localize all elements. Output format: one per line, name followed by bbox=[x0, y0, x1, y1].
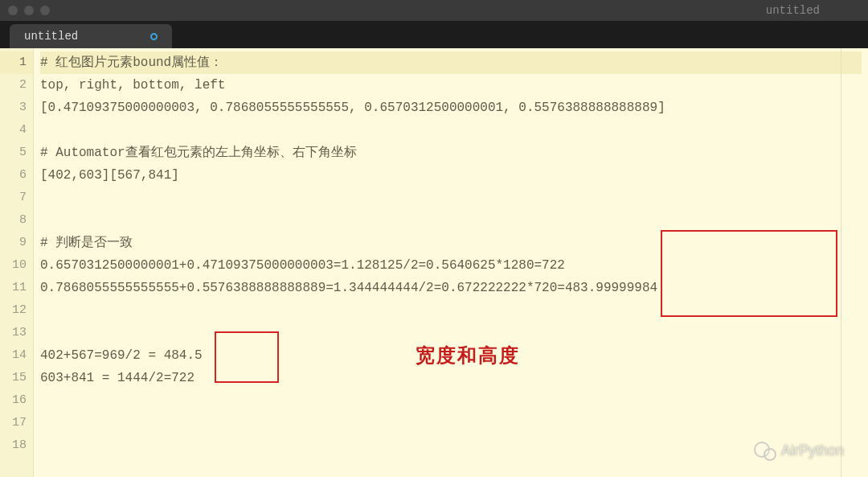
line-number[interactable]: 9 bbox=[0, 232, 33, 254]
titlebar: untitled bbox=[0, 0, 868, 21]
code-line[interactable]: 0.7868055555555555+0.5576388888888889=1.… bbox=[40, 277, 862, 299]
code-line[interactable] bbox=[40, 187, 862, 209]
code-line[interactable]: # 判断是否一致 bbox=[40, 232, 862, 254]
line-number[interactable]: 17 bbox=[0, 412, 33, 434]
modified-indicator-icon bbox=[150, 33, 158, 40]
minimize-window-button[interactable] bbox=[24, 6, 34, 15]
watermark: AirPython bbox=[754, 442, 844, 459]
line-number[interactable]: 18 bbox=[0, 434, 33, 457]
window-controls bbox=[8, 6, 50, 15]
close-window-button[interactable] bbox=[8, 6, 18, 15]
code-line[interactable]: top, right, bottom, left bbox=[40, 74, 862, 97]
line-number[interactable]: 1 bbox=[0, 51, 33, 74]
window-title: untitled bbox=[766, 4, 820, 17]
line-number[interactable]: 10 bbox=[0, 254, 33, 277]
line-number[interactable]: 11 bbox=[0, 277, 33, 299]
line-number[interactable]: 7 bbox=[0, 187, 33, 209]
code-line[interactable]: 0.6570312500000001+0.47109375000000003=1… bbox=[40, 254, 862, 277]
maximize-window-button[interactable] bbox=[40, 6, 50, 15]
code-content[interactable]: # 红包图片元素bound属性值：top, right, bottom, lef… bbox=[34, 48, 868, 477]
line-number[interactable]: 15 bbox=[0, 367, 33, 389]
tab-bar: untitled bbox=[0, 21, 868, 48]
line-number[interactable]: 8 bbox=[0, 209, 33, 232]
line-number[interactable]: 13 bbox=[0, 322, 33, 344]
code-line[interactable]: # 红包图片元素bound属性值： bbox=[40, 51, 862, 74]
code-line[interactable]: # Automator查看红包元素的左上角坐标、右下角坐标 bbox=[40, 142, 862, 164]
line-number[interactable]: 12 bbox=[0, 299, 33, 322]
code-line[interactable]: [402,603][567,841] bbox=[40, 164, 862, 187]
line-number[interactable]: 4 bbox=[0, 119, 33, 142]
line-number[interactable]: 16 bbox=[0, 389, 33, 412]
code-line[interactable] bbox=[40, 119, 862, 142]
tab-label: untitled bbox=[24, 30, 78, 43]
code-line[interactable] bbox=[40, 209, 862, 232]
code-line[interactable] bbox=[40, 389, 862, 412]
line-number[interactable]: 6 bbox=[0, 164, 33, 187]
annotation-label: 宽度和高度 bbox=[416, 343, 520, 368]
code-line[interactable]: 603+841 = 1444/2=722 bbox=[40, 367, 862, 389]
margin-guide bbox=[841, 48, 841, 477]
code-line[interactable] bbox=[40, 434, 862, 457]
tab-untitled[interactable]: untitled bbox=[10, 24, 172, 48]
code-line[interactable] bbox=[40, 412, 862, 434]
line-number[interactable]: 5 bbox=[0, 142, 33, 164]
line-number[interactable]: 2 bbox=[0, 74, 33, 97]
code-line[interactable] bbox=[40, 322, 862, 344]
line-number[interactable]: 14 bbox=[0, 344, 33, 367]
line-number[interactable]: 3 bbox=[0, 97, 33, 119]
line-number-gutter: 123456789101112131415161718 bbox=[0, 48, 34, 477]
code-line[interactable] bbox=[40, 299, 862, 322]
watermark-text: AirPython bbox=[781, 442, 844, 459]
code-line[interactable]: [0.47109375000000003, 0.7868055555555555… bbox=[40, 97, 862, 119]
wechat-icon bbox=[754, 442, 776, 459]
editor-area: 123456789101112131415161718 # 红包图片元素boun… bbox=[0, 48, 868, 477]
